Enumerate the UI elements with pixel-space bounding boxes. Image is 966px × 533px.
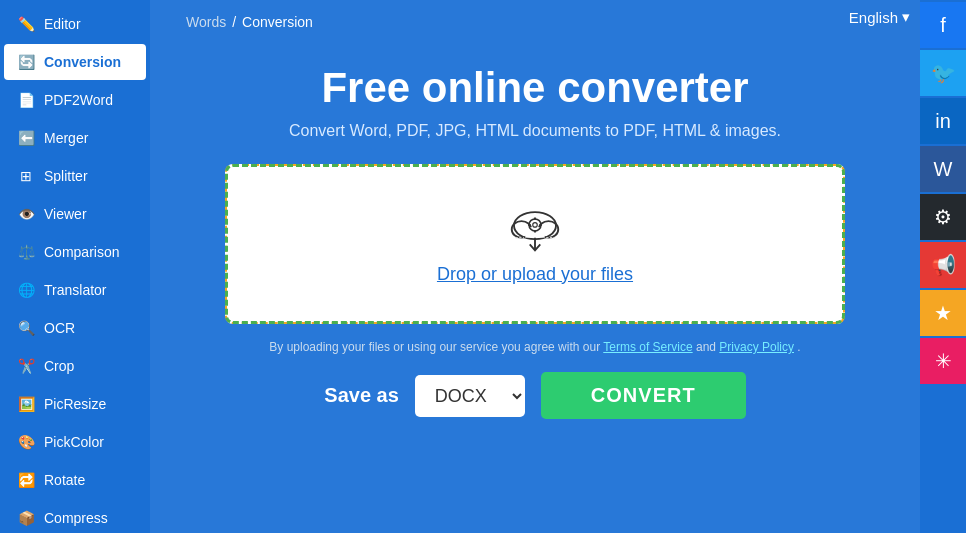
- main-area: Words / Conversion English ▾ Free online…: [150, 0, 920, 533]
- sidebar-label-splitter: Splitter: [44, 168, 88, 184]
- crop-icon: ✂️: [16, 356, 36, 376]
- sidebar-label-comparison: Comparison: [44, 244, 119, 260]
- sidebar-item-translator[interactable]: 🌐Translator: [4, 272, 146, 308]
- sidebar-label-translator: Translator: [44, 282, 107, 298]
- convert-button[interactable]: CONVERT: [541, 372, 746, 419]
- save-as-label: Save as: [324, 384, 399, 407]
- editor-icon: ✏️: [16, 14, 36, 34]
- sidebar-item-rotate[interactable]: 🔁Rotate: [4, 462, 146, 498]
- svg-rect-6: [534, 217, 536, 219]
- sidebar-label-merger: Merger: [44, 130, 88, 146]
- convert-bar: Save as DOCXPDFHTMLJPGPNG CONVERT: [324, 372, 745, 419]
- svg-point-5: [533, 222, 538, 227]
- sidebar-label-pickcolor: PickColor: [44, 434, 104, 450]
- content-area: Free online converter Convert Word, PDF,…: [150, 44, 920, 533]
- compress-icon: 📦: [16, 508, 36, 528]
- picresize-icon: 🖼️: [16, 394, 36, 414]
- sidebar-label-compress: Compress: [44, 510, 108, 526]
- translator-icon: 🌐: [16, 280, 36, 300]
- sidebar-item-ocr[interactable]: 🔍OCR: [4, 310, 146, 346]
- privacy-policy-link[interactable]: Privacy Policy: [719, 340, 794, 354]
- language-selector[interactable]: English ▾: [849, 8, 910, 26]
- sidebar-item-splitter[interactable]: ⊞Splitter: [4, 158, 146, 194]
- social-panel: f🐦inW⚙📢★✳: [920, 0, 966, 533]
- svg-rect-9: [540, 223, 542, 225]
- pickcolor-icon: 🎨: [16, 432, 36, 452]
- facebook-social-button[interactable]: f: [920, 2, 966, 48]
- sidebar-item-pdf2word[interactable]: 📄PDF2Word: [4, 82, 146, 118]
- sidebar-item-conversion[interactable]: 🔄Conversion: [4, 44, 146, 80]
- breadcrumb: Words / Conversion: [166, 6, 333, 38]
- language-arrow: ▾: [902, 8, 910, 26]
- merger-icon: ⬅️: [16, 128, 36, 148]
- rotate-icon: 🔁: [16, 470, 36, 490]
- comparison-icon: ⚖️: [16, 242, 36, 262]
- sidebar-label-crop: Crop: [44, 358, 74, 374]
- sidebar-item-viewer[interactable]: 👁️Viewer: [4, 196, 146, 232]
- svg-rect-7: [534, 230, 536, 232]
- splitter-icon: ⊞: [16, 166, 36, 186]
- sidebar: ✏️Editor🔄Conversion📄PDF2Word⬅️Merger⊞Spl…: [0, 0, 150, 533]
- sidebar-label-ocr: OCR: [44, 320, 75, 336]
- terms-text: By uploading your files or using our ser…: [269, 340, 800, 354]
- sidebar-item-crop[interactable]: ✂️Crop: [4, 348, 146, 384]
- format-select[interactable]: DOCXPDFHTMLJPGPNG: [415, 375, 525, 417]
- language-label: English: [849, 9, 898, 26]
- conversion-icon: 🔄: [16, 52, 36, 72]
- asterisk-social-button[interactable]: ✳: [920, 338, 966, 384]
- ocr-icon: 🔍: [16, 318, 36, 338]
- page-subtitle: Convert Word, PDF, JPG, HTML documents t…: [289, 122, 781, 140]
- sidebar-item-comparison[interactable]: ⚖️Comparison: [4, 234, 146, 270]
- sidebar-item-picresize[interactable]: 🖼️PicResize: [4, 386, 146, 422]
- sidebar-label-picresize: PicResize: [44, 396, 106, 412]
- breadcrumb-words[interactable]: Words: [186, 14, 226, 30]
- sidebar-label-conversion: Conversion: [44, 54, 121, 70]
- sidebar-item-compress[interactable]: 📦Compress: [4, 500, 146, 533]
- sidebar-item-editor[interactable]: ✏️Editor: [4, 6, 146, 42]
- sidebar-item-pickcolor[interactable]: 🎨PickColor: [4, 424, 146, 460]
- viewer-icon: 👁️: [16, 204, 36, 224]
- sidebar-label-viewer: Viewer: [44, 206, 87, 222]
- sidebar-item-merger[interactable]: ⬅️Merger: [4, 120, 146, 156]
- sidebar-label-pdf2word: PDF2Word: [44, 92, 113, 108]
- megaphone-social-button[interactable]: 📢: [920, 242, 966, 288]
- svg-rect-8: [528, 223, 530, 225]
- sidebar-label-rotate: Rotate: [44, 472, 85, 488]
- terms-of-service-link[interactable]: Terms of Service: [603, 340, 692, 354]
- file-dropzone[interactable]: Drop or upload your files: [225, 164, 845, 324]
- breadcrumb-current: Conversion: [242, 14, 313, 30]
- drop-upload-text[interactable]: Drop or upload your files: [437, 264, 633, 285]
- twitter-social-button[interactable]: 🐦: [920, 50, 966, 96]
- star-social-button[interactable]: ★: [920, 290, 966, 336]
- pdf2word-icon: 📄: [16, 90, 36, 110]
- linkedin-social-button[interactable]: in: [920, 98, 966, 144]
- sidebar-label-editor: Editor: [44, 16, 81, 32]
- github-social-button[interactable]: ⚙: [920, 194, 966, 240]
- page-title: Free online converter: [321, 64, 748, 112]
- upload-cloud-icon: [505, 204, 565, 254]
- word-social-button[interactable]: W: [920, 146, 966, 192]
